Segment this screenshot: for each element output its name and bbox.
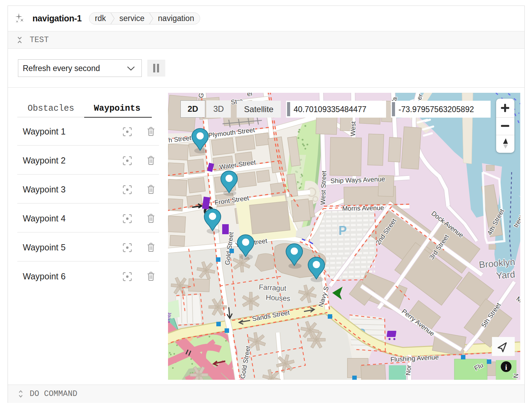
svg-text:Houses: Houses — [266, 293, 290, 302]
svg-text:West: West — [349, 121, 357, 136]
svg-text:i: i — [505, 363, 507, 371]
svg-text:West Street: West Street — [319, 170, 327, 205]
svg-text:P: P — [338, 224, 347, 238]
svg-text:Farragut: Farragut — [259, 283, 287, 292]
svg-text:Yard: Yard — [496, 269, 515, 281]
svg-text:Morris Avenue: Morris Avenue — [342, 204, 384, 212]
svg-text:er: er — [247, 93, 254, 98]
svg-text:Nor: Nor — [404, 364, 413, 376]
svg-text:N: N — [512, 373, 520, 379]
